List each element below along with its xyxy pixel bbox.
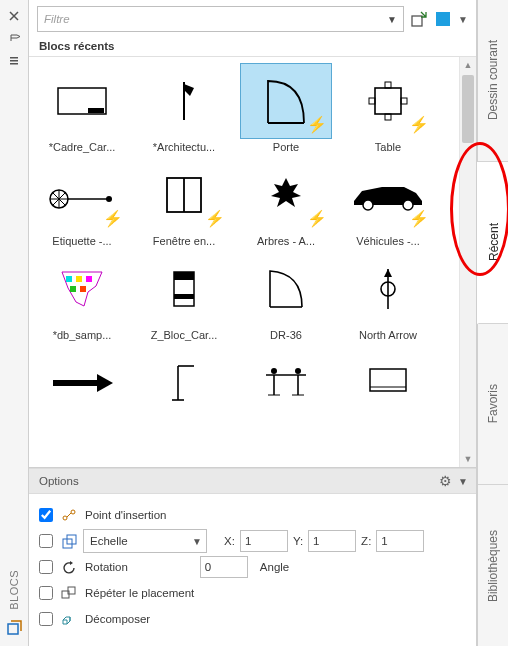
- tab-bar: Dessin courant Récent Favoris Bibliothèq…: [477, 0, 508, 646]
- svg-line-47: [67, 513, 71, 517]
- svg-rect-13: [401, 98, 407, 104]
- block-item[interactable]: North Arrow: [341, 251, 435, 341]
- explode-checkbox[interactable]: [39, 612, 53, 626]
- block-item[interactable]: DR-36: [239, 251, 333, 341]
- scale-z-field[interactable]: 1: [376, 530, 424, 552]
- block-item[interactable]: [239, 345, 333, 423]
- repeat-checkbox[interactable]: [39, 586, 53, 600]
- dynamic-bolt-icon: ⚡: [103, 209, 123, 228]
- recent-blocks-header: Blocs récents: [29, 36, 476, 57]
- svg-rect-21: [66, 276, 72, 282]
- scale-x-label: X:: [223, 535, 236, 547]
- dynamic-bolt-icon: ⚡: [307, 209, 327, 228]
- svg-rect-11: [385, 114, 391, 120]
- dynamic-bolt-icon: ⚡: [307, 115, 327, 134]
- repeat-icon: [61, 585, 77, 601]
- explode-label: Décomposer: [83, 613, 150, 625]
- block-item[interactable]: [341, 345, 435, 423]
- block-item[interactable]: *Architectu...: [137, 63, 231, 153]
- insertion-point-label: Point d'insertion: [83, 509, 166, 521]
- insert-icon[interactable]: [410, 10, 428, 28]
- block-item[interactable]: Z_Bloc_Car...: [137, 251, 231, 341]
- rotation-field[interactable]: 0: [200, 556, 248, 578]
- scroll-down-icon[interactable]: ▼: [460, 451, 476, 467]
- filter-combo[interactable]: Filtre ▼: [37, 6, 404, 32]
- scale-icon: [61, 533, 77, 549]
- insertion-point-icon: [61, 507, 77, 523]
- block-item[interactable]: ⚡ Porte: [239, 63, 333, 153]
- svg-rect-25: [80, 286, 86, 292]
- svg-rect-1: [10, 60, 18, 62]
- rotation-checkbox[interactable]: [39, 560, 53, 574]
- svg-rect-4: [412, 16, 422, 26]
- panel-title: BLOCS: [8, 570, 20, 610]
- close-icon[interactable]: [6, 8, 22, 24]
- block-icon[interactable]: [6, 620, 22, 636]
- svg-point-45: [63, 516, 67, 520]
- block-item[interactable]: ⚡ Table: [341, 63, 435, 153]
- scale-combo[interactable]: Echelle ▼: [83, 529, 207, 553]
- svg-point-19: [363, 200, 373, 210]
- tab-bibliotheques[interactable]: Bibliothèques: [478, 485, 508, 646]
- pin-icon[interactable]: [6, 30, 22, 46]
- svg-point-46: [71, 510, 75, 514]
- scale-checkbox[interactable]: [39, 534, 53, 548]
- block-item[interactable]: ⚡ Etiquette -...: [35, 157, 129, 247]
- svg-rect-23: [86, 276, 92, 282]
- svg-rect-9: [375, 88, 401, 114]
- svg-rect-22: [76, 276, 82, 282]
- svg-rect-28: [174, 294, 194, 299]
- scale-y-field[interactable]: 1: [308, 530, 356, 552]
- left-docking-bar: BLOCS: [0, 0, 29, 646]
- blue-color-button[interactable]: [436, 12, 450, 26]
- dynamic-bolt-icon: ⚡: [409, 115, 429, 134]
- rotation-label: Rotation: [83, 561, 128, 573]
- main-panel: Filtre ▼ ▼ Blocs récents *C: [29, 0, 477, 646]
- options-label: Options: [39, 475, 79, 487]
- scale-z-label: Z:: [360, 535, 372, 547]
- explode-icon: [61, 611, 77, 627]
- svg-rect-6: [88, 108, 104, 113]
- scale-x-field[interactable]: 1: [240, 530, 288, 552]
- svg-rect-0: [10, 57, 18, 59]
- svg-rect-43: [370, 369, 406, 391]
- filter-placeholder: Filtre: [44, 13, 70, 25]
- chevron-down-icon: ▼: [387, 14, 397, 25]
- block-item[interactable]: *db_samp...: [35, 251, 129, 341]
- scale-y-label: Y:: [292, 535, 304, 547]
- block-item[interactable]: ⚡ Véhicules -...: [341, 157, 435, 247]
- svg-rect-24: [70, 286, 76, 292]
- insertion-point-checkbox[interactable]: [39, 508, 53, 522]
- block-item[interactable]: *Cadre_Car...: [35, 63, 129, 153]
- gear-icon[interactable]: ⚙: [439, 473, 452, 489]
- scrollbar[interactable]: ▲ ▼: [459, 57, 476, 467]
- options-dropdown-icon[interactable]: ▼: [458, 476, 468, 486]
- tab-dessin-courant[interactable]: Dessin courant: [478, 0, 508, 162]
- block-item[interactable]: ⚡ Fenêtre en...: [137, 157, 231, 247]
- tab-recent[interactable]: Récent: [477, 162, 508, 324]
- svg-point-39: [271, 368, 277, 374]
- block-item[interactable]: [137, 345, 231, 423]
- block-item[interactable]: ⚡ Arbres - A...: [239, 157, 333, 247]
- svg-rect-27: [174, 272, 194, 280]
- angle-label: Angle: [254, 561, 289, 573]
- repeat-label: Répéter le placement: [83, 587, 194, 599]
- scroll-thumb[interactable]: [462, 75, 474, 143]
- svg-point-40: [295, 368, 301, 374]
- options-header[interactable]: Options ⚙ ▼: [29, 468, 476, 494]
- svg-rect-3: [8, 624, 18, 634]
- chevron-down-icon: ▼: [192, 536, 202, 547]
- block-grid: *Cadre_Car... *Architectu... ⚡ Porte: [35, 63, 470, 423]
- tab-favoris[interactable]: Favoris: [478, 324, 508, 486]
- dynamic-bolt-icon: ⚡: [409, 209, 429, 228]
- block-item[interactable]: [35, 345, 129, 423]
- dynamic-bolt-icon: ⚡: [205, 209, 225, 228]
- menu-icon[interactable]: [6, 52, 22, 68]
- rotation-icon: [61, 559, 77, 575]
- svg-rect-10: [385, 82, 391, 88]
- svg-point-16: [106, 196, 112, 202]
- toolbar-dropdown-icon[interactable]: ▼: [458, 14, 468, 24]
- svg-rect-2: [10, 63, 18, 65]
- svg-rect-12: [369, 98, 375, 104]
- scroll-up-icon[interactable]: ▲: [460, 57, 476, 73]
